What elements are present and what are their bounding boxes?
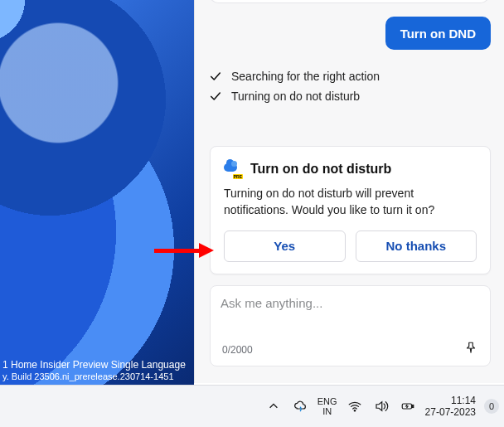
clock-date: 27-07-2023 [425, 406, 476, 418]
desktop-watermark: 1 Home Insider Preview Single Language y… [2, 359, 186, 382]
notification-count-icon[interactable]: 0 [484, 399, 499, 414]
clock-time: 11:14 [425, 395, 476, 406]
copilot-pane: Turn on DND Searching for the right acti… [194, 0, 504, 383]
wifi-icon[interactable] [346, 397, 364, 415]
volume-icon[interactable] [372, 397, 390, 415]
battery-icon[interactable] [399, 397, 417, 415]
watermark-line-2: y. Build 23506.ni_prerelease.230714-1451 [2, 371, 186, 382]
clock[interactable]: 11:14 27-07-2023 [425, 395, 476, 419]
lang-bottom: IN [317, 406, 337, 416]
no-thanks-button[interactable]: No thanks [356, 230, 477, 262]
previous-bubble-edge [210, 0, 489, 3]
taskbar: ENG IN 11:14 27-07-2023 0 [0, 385, 504, 427]
svg-rect-2 [412, 405, 414, 408]
yes-button[interactable]: Yes [224, 230, 346, 262]
notification-count: 0 [489, 401, 494, 411]
language-indicator[interactable]: ENG IN [317, 396, 337, 416]
progress-text: Searching for the right action [231, 70, 380, 83]
confirmation-card: PRE Turn on do not disturb Turning on do… [210, 146, 491, 274]
watermark-line-1: 1 Home Insider Preview Single Language [2, 359, 186, 371]
card-title: Turn on do not disturb [250, 162, 391, 177]
progress-text: Turning on do not disturb [231, 90, 360, 103]
progress-item: Turning on do not disturb [210, 86, 489, 106]
turn-on-dnd-button[interactable]: Turn on DND [385, 17, 491, 50]
tray-overflow-chevron-icon[interactable] [264, 397, 283, 415]
composer-box: 0/2000 [210, 285, 491, 366]
checkmark-icon [210, 90, 223, 102]
checkmark-icon [210, 70, 223, 82]
chat-input[interactable] [220, 296, 480, 329]
char-counter: 0/2000 [222, 344, 253, 356]
svg-point-0 [354, 410, 356, 412]
pin-icon[interactable] [462, 339, 480, 357]
lang-top: ENG [317, 396, 337, 406]
onedrive-sync-icon[interactable] [291, 397, 309, 415]
copilot-pre-icon: PRE [224, 160, 242, 178]
desktop-wallpaper: 1 Home Insider Preview Single Language y… [0, 0, 194, 385]
progress-list: Searching for the right action Turning o… [210, 66, 489, 106]
progress-item: Searching for the right action [210, 66, 489, 86]
card-body: Turning on do not disturb will prevent n… [224, 185, 477, 219]
